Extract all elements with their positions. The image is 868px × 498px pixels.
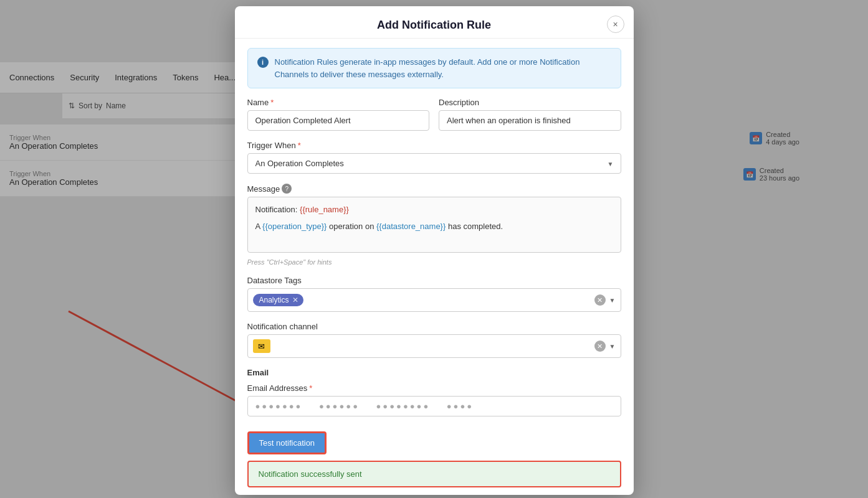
modal-overlay: Add Notification Rule × i Notification R… bbox=[0, 0, 868, 498]
name-input[interactable] bbox=[247, 110, 430, 131]
message-token-operation-type: {{operation_type}} bbox=[262, 222, 327, 231]
modal-title: Add Notification Rule bbox=[377, 19, 491, 31]
message-suffix: has completed. bbox=[446, 222, 503, 231]
datastore-tags-group: Datastore Tags Analytics ✕ ✕ ▼ bbox=[247, 276, 621, 312]
email-section-label: Email bbox=[247, 368, 621, 377]
success-banner: Notification successfully sent bbox=[247, 461, 621, 487]
tag-label: Analytics bbox=[259, 296, 289, 304]
channel-clear-icon[interactable]: ✕ bbox=[594, 341, 606, 352]
trigger-select-wrapper: An Operation Completes bbox=[247, 153, 621, 174]
email-channel-icon: ✉ bbox=[253, 339, 270, 353]
email-addresses-group: Email Addresses * bbox=[247, 383, 621, 416]
tags-field-controls: ✕ ▼ bbox=[594, 294, 616, 306]
tag-remove-icon[interactable]: ✕ bbox=[292, 296, 298, 304]
description-group: Description bbox=[439, 98, 621, 131]
channel-field-controls: ✕ ▼ bbox=[594, 341, 616, 352]
trigger-label: Trigger When * bbox=[247, 141, 621, 150]
name-label: Name * bbox=[247, 98, 430, 107]
message-line-1: Notification: {{rule_name}} bbox=[255, 204, 613, 217]
channel-field[interactable]: ✉ ✕ ▼ bbox=[247, 334, 621, 358]
description-label: Description bbox=[439, 98, 621, 107]
add-notification-modal: Add Notification Rule × i Notification R… bbox=[235, 6, 634, 495]
message-a: A bbox=[255, 222, 263, 231]
notification-channel-label: Notification channel bbox=[247, 322, 621, 331]
modal-header: Add Notification Rule × bbox=[235, 6, 634, 39]
message-token-rule-name: {{rule_name}} bbox=[300, 205, 349, 214]
close-button[interactable]: × bbox=[607, 16, 624, 33]
email-addresses-input[interactable] bbox=[247, 396, 621, 416]
datastore-tags-label: Datastore Tags bbox=[247, 276, 621, 285]
name-required: * bbox=[270, 98, 274, 107]
info-banner-text: Notification Rules generate in-app messa… bbox=[275, 56, 611, 80]
message-group: Message ? Notification: {{rule_name}} A … bbox=[247, 184, 621, 266]
analytics-tag[interactable]: Analytics ✕ bbox=[253, 294, 303, 306]
trigger-select[interactable]: An Operation Completes bbox=[247, 153, 621, 174]
tags-field[interactable]: Analytics ✕ ✕ ▼ bbox=[247, 288, 621, 312]
email-addresses-label: Email Addresses * bbox=[247, 383, 621, 393]
message-area[interactable]: Notification: {{rule_name}} A {{operatio… bbox=[247, 197, 621, 253]
message-line-2: A {{operation_type}} operation on {{data… bbox=[255, 220, 613, 233]
message-token-datastore-name: {{datastore_name}} bbox=[376, 222, 446, 231]
email-required: * bbox=[309, 383, 312, 393]
notification-channel-group: Notification channel ✉ ✕ ▼ bbox=[247, 322, 621, 358]
trigger-required: * bbox=[298, 141, 301, 150]
message-hint: Press "Ctrl+Space" for hints bbox=[247, 258, 621, 266]
channel-dropdown-arrow[interactable]: ▼ bbox=[609, 343, 616, 350]
message-label: Message ? bbox=[247, 184, 621, 194]
description-input[interactable] bbox=[439, 110, 621, 131]
name-description-row: Name * Description bbox=[247, 98, 621, 131]
info-banner: i Notification Rules generate in-app mes… bbox=[247, 48, 621, 88]
message-prefix-1: Notification: bbox=[255, 205, 300, 214]
modal-body: Name * Description Trigger When * bbox=[235, 98, 634, 495]
test-notification-button[interactable]: Test notification bbox=[247, 431, 327, 454]
name-group: Name * bbox=[247, 98, 430, 131]
tags-clear-icon[interactable]: ✕ bbox=[594, 294, 606, 306]
message-help-icon[interactable]: ? bbox=[282, 184, 292, 194]
tags-dropdown-arrow[interactable]: ▼ bbox=[609, 297, 616, 304]
message-on: operation on bbox=[327, 222, 376, 231]
trigger-group: Trigger When * An Operation Completes bbox=[247, 141, 621, 174]
info-icon: i bbox=[257, 57, 269, 68]
